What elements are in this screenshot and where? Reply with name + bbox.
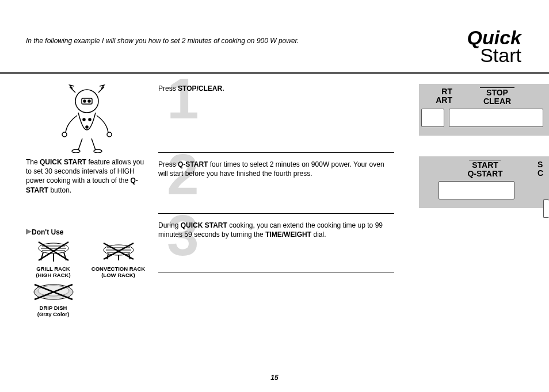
arrow-icon [26, 229, 32, 235]
control-panel-qstart: STARTQ-START SC [419, 156, 549, 208]
page-number: 15 [0, 374, 549, 382]
panel-button-partial [421, 109, 444, 127]
svg-point-5 [107, 132, 112, 137]
step-3: 3 During QUICK START cooking, you can ex… [158, 221, 394, 272]
dont-use-convection-rack: CONVECTION RACK(LOW RACK) [91, 240, 146, 279]
panel-button-partial-right [543, 199, 549, 218]
svg-point-4 [62, 132, 67, 137]
svg-point-8 [83, 118, 85, 121]
control-panel-stop-clear: RTART STOPCLEAR [419, 84, 549, 136]
drip-dish-icon [32, 282, 75, 302]
dont-use-drip-dish: DRIP DISH(Gray Color) [26, 282, 81, 318]
feature-description: The QUICK START feature allows you to se… [26, 157, 148, 195]
grill-rack-icon [36, 240, 71, 263]
svg-point-3 [88, 100, 90, 102]
convection-rack-icon [101, 240, 136, 263]
svg-point-9 [89, 118, 91, 121]
qstart-button [439, 181, 514, 199]
intro-text: In the following example I will show you… [26, 37, 299, 45]
svg-point-2 [83, 100, 86, 102]
title-light: Start [480, 44, 521, 66]
dont-use-grill-rack: GRILL RACK(HIGH RACK) [26, 240, 81, 279]
mascot-illustration [55, 84, 119, 153]
stop-clear-button [449, 109, 543, 127]
dont-use-heading: Don't Use [26, 228, 148, 236]
svg-point-6 [72, 149, 80, 153]
svg-point-10 [86, 126, 88, 128]
svg-point-7 [94, 149, 102, 153]
step-1-number: 1 [167, 70, 199, 127]
svg-marker-11 [26, 229, 32, 235]
page-title: Quick Start [467, 29, 521, 64]
